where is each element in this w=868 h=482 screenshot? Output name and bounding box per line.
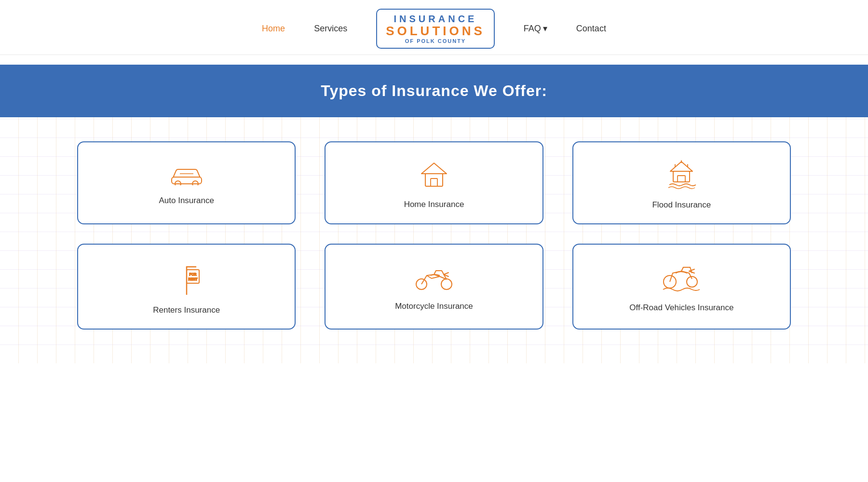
svg-rect-7 bbox=[673, 171, 690, 182]
house-icon bbox=[420, 160, 448, 191]
card-auto[interactable]: Auto Insurance bbox=[77, 141, 296, 224]
nav-contact[interactable]: Contact bbox=[576, 24, 606, 34]
svg-rect-8 bbox=[678, 176, 685, 182]
svg-point-1 bbox=[175, 181, 181, 185]
forrent-icon: FOR RENT bbox=[172, 262, 202, 297]
logo: INSURANCE SOLUTIONS OF POLK COUNTY bbox=[376, 9, 495, 49]
card-home[interactable]: Home Insurance bbox=[325, 141, 543, 224]
banner: Types of Insurance We Offer: bbox=[0, 65, 868, 117]
card-home-label: Home Insurance bbox=[404, 200, 464, 209]
nav-home[interactable]: Home bbox=[262, 24, 285, 34]
card-motorcycle[interactable]: Motorcycle Insurance bbox=[325, 244, 543, 330]
logo-top-line: INSURANCE bbox=[386, 14, 485, 24]
card-renters[interactable]: FOR RENT Renters Insurance bbox=[77, 244, 296, 330]
svg-rect-4 bbox=[425, 174, 443, 186]
nav-services[interactable]: Services bbox=[314, 24, 347, 34]
logo-middle-line: SOLUTIONS bbox=[386, 24, 485, 38]
card-offroad[interactable]: Off-Road Vehicles Insurance bbox=[572, 244, 791, 330]
svg-point-18 bbox=[441, 279, 452, 289]
card-auto-label: Auto Insurance bbox=[159, 196, 214, 206]
svg-point-2 bbox=[192, 181, 198, 185]
nav-faq[interactable]: FAQ ▾ bbox=[524, 23, 547, 34]
svg-rect-5 bbox=[431, 179, 437, 186]
flood-icon bbox=[665, 160, 698, 192]
svg-rect-14 bbox=[187, 270, 199, 283]
card-offroad-label: Off-Road Vehicles Insurance bbox=[629, 303, 733, 313]
card-renters-label: Renters Insurance bbox=[153, 305, 220, 315]
motorcycle-icon bbox=[415, 266, 453, 293]
svg-marker-6 bbox=[670, 162, 692, 171]
main-nav: Home Services INSURANCE SOLUTIONS OF POL… bbox=[0, 0, 868, 55]
chevron-down-icon: ▾ bbox=[543, 23, 547, 34]
svg-text:RENT: RENT bbox=[188, 277, 198, 281]
insurance-grid: Auto Insurance Home Insurance bbox=[0, 117, 868, 363]
card-motorcycle-label: Motorcycle Insurance bbox=[395, 302, 473, 311]
svg-text:FOR: FOR bbox=[189, 273, 196, 276]
svg-marker-3 bbox=[421, 163, 447, 174]
card-flood[interactable]: Flood Insurance bbox=[572, 141, 791, 224]
svg-rect-0 bbox=[172, 177, 202, 184]
banner-heading: Types of Insurance We Offer: bbox=[0, 82, 868, 100]
card-flood-label: Flood Insurance bbox=[652, 200, 711, 210]
logo-bottom-line: OF POLK COUNTY bbox=[386, 38, 485, 44]
car-icon bbox=[169, 164, 204, 187]
offroad-icon bbox=[662, 264, 701, 294]
